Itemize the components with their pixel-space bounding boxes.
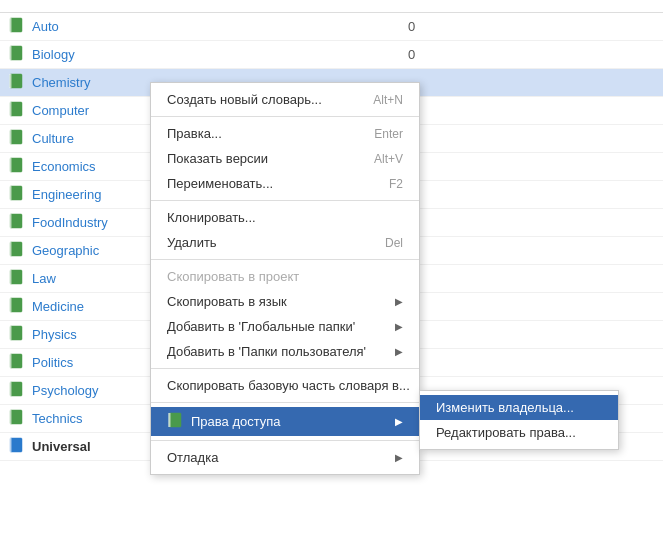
menu-item-right: Alt+N <box>353 93 403 107</box>
menu-item-label: Скопировать в язык <box>167 294 287 309</box>
row-name: Politics <box>32 355 73 370</box>
menu-item-label: Добавить в 'Глобальные папки' <box>167 319 355 334</box>
menu-item-left: Права доступа <box>167 412 281 431</box>
table-row[interactable]: Auto0 <box>0 13 663 41</box>
book-icon <box>8 45 26 64</box>
shortcut-label: Alt+N <box>373 93 403 107</box>
submenu-item[interactable]: Изменить владельца... <box>420 395 618 420</box>
row-version: 0 <box>168 19 655 34</box>
row-name: Culture <box>32 131 74 146</box>
menu-item-left: Отладка <box>167 450 218 465</box>
table-row[interactable]: Biology0 <box>0 41 663 69</box>
book-icon <box>8 381 26 400</box>
context-menu: Создать новый словарь...Alt+NПравка...En… <box>150 82 420 475</box>
menu-item-left: Правка... <box>167 126 222 141</box>
menu-item-left: Удалить <box>167 235 217 250</box>
menu-separator <box>151 259 419 260</box>
menu-item[interactable]: Переименовать...F2 <box>151 171 419 196</box>
table-header <box>0 0 663 13</box>
menu-item-label: Скопировать базовую часть словаря в... <box>167 378 410 393</box>
menu-item[interactable]: Права доступа▶ <box>151 407 419 436</box>
row-name: Chemistry <box>32 75 91 90</box>
menu-item[interactable]: Добавить в 'Папки пользователя'▶ <box>151 339 419 364</box>
menu-item[interactable]: Добавить в 'Глобальные папки'▶ <box>151 314 419 339</box>
menu-item-left: Добавить в 'Глобальные папки' <box>167 319 355 334</box>
submenu-arrow-icon: ▶ <box>395 452 403 463</box>
shortcut-label: Alt+V <box>374 152 403 166</box>
book-icon <box>8 241 26 260</box>
menu-item[interactable]: Клонировать... <box>151 205 419 230</box>
menu-item-label: Удалить <box>167 235 217 250</box>
submenu: Изменить владельца...Редактировать права… <box>419 390 619 450</box>
row-name: Computer <box>32 103 89 118</box>
menu-item[interactable]: Правка...Enter <box>151 121 419 146</box>
book-icon <box>8 213 26 232</box>
menu-item-left: Создать новый словарь... <box>167 92 322 107</box>
row-name: Biology <box>32 47 75 62</box>
menu-item[interactable]: Скопировать базовую часть словаря в... <box>151 373 419 398</box>
book-icon <box>8 101 26 120</box>
menu-item-left: Скопировать базовую часть словаря в... <box>167 378 410 393</box>
menu-item-right: ▶ <box>385 346 403 357</box>
menu-item-label: Отладка <box>167 450 218 465</box>
submenu-item[interactable]: Редактировать права... <box>420 420 618 445</box>
row-name: Universal <box>32 439 91 454</box>
menu-separator <box>151 440 419 441</box>
menu-item-left: Скопировать в проект <box>167 269 299 284</box>
submenu-arrow-icon: ▶ <box>395 416 403 427</box>
menu-item-right: ▶ <box>385 321 403 332</box>
menu-item[interactable]: Отладка▶ <box>151 445 419 470</box>
menu-item-left: Скопировать в язык <box>167 294 287 309</box>
row-name: Physics <box>32 327 77 342</box>
menu-item[interactable]: Показать версииAlt+V <box>151 146 419 171</box>
menu-item-right: ▶ <box>385 296 403 307</box>
menu-separator <box>151 368 419 369</box>
menu-item[interactable]: Создать новый словарь...Alt+N <box>151 87 419 112</box>
row-name: Medicine <box>32 299 84 314</box>
book-icon <box>8 437 26 456</box>
menu-item-label: Права доступа <box>191 414 281 429</box>
submenu-item-label: Редактировать права... <box>436 425 576 440</box>
menu-separator <box>151 200 419 201</box>
menu-item-label: Создать новый словарь... <box>167 92 322 107</box>
menu-item[interactable]: Скопировать в язык▶ <box>151 289 419 314</box>
book-icon <box>8 17 26 36</box>
row-name: Psychology <box>32 383 98 398</box>
row-name: Geographic <box>32 243 99 258</box>
row-name: Law <box>32 271 56 286</box>
menu-item-label: Переименовать... <box>167 176 273 191</box>
book-icon <box>8 185 26 204</box>
menu-item-right: F2 <box>369 177 403 191</box>
menu-item[interactable]: УдалитьDel <box>151 230 419 255</box>
row-version: 0 <box>168 47 655 62</box>
shortcut-label: Del <box>385 236 403 250</box>
submenu-item-label: Изменить владельца... <box>436 400 574 415</box>
menu-item-label: Правка... <box>167 126 222 141</box>
menu-item-right: Del <box>365 236 403 250</box>
menu-item-label: Показать версии <box>167 151 268 166</box>
row-name: Engineering <box>32 187 101 202</box>
menu-item-left: Клонировать... <box>167 210 256 225</box>
menu-item-right: ▶ <box>385 416 403 427</box>
book-icon <box>8 325 26 344</box>
menu-item-right: ▶ <box>385 452 403 463</box>
submenu-arrow-icon: ▶ <box>395 321 403 332</box>
menu-item-label: Скопировать в проект <box>167 269 299 284</box>
book-icon <box>8 353 26 372</box>
access-icon <box>167 412 185 431</box>
row-name: FoodIndustry <box>32 215 108 230</box>
row-name: Technics <box>32 411 83 426</box>
menu-item-label: Клонировать... <box>167 210 256 225</box>
book-icon <box>8 269 26 288</box>
book-icon <box>8 73 26 92</box>
menu-item-right: Enter <box>354 127 403 141</box>
book-icon <box>8 409 26 428</box>
submenu-arrow-icon: ▶ <box>395 346 403 357</box>
menu-separator <box>151 116 419 117</box>
shortcut-label: Enter <box>374 127 403 141</box>
book-icon <box>8 297 26 316</box>
submenu-arrow-icon: ▶ <box>395 296 403 307</box>
shortcut-label: F2 <box>389 177 403 191</box>
menu-separator <box>151 402 419 403</box>
menu-item-right: Alt+V <box>354 152 403 166</box>
